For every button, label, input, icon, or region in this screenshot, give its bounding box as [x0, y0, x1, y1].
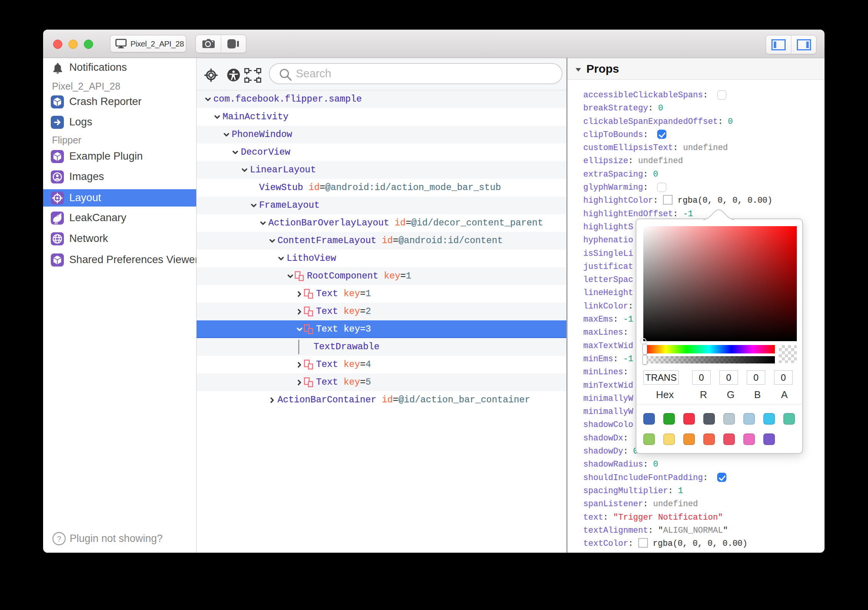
svg-text:?: ? [57, 535, 61, 543]
